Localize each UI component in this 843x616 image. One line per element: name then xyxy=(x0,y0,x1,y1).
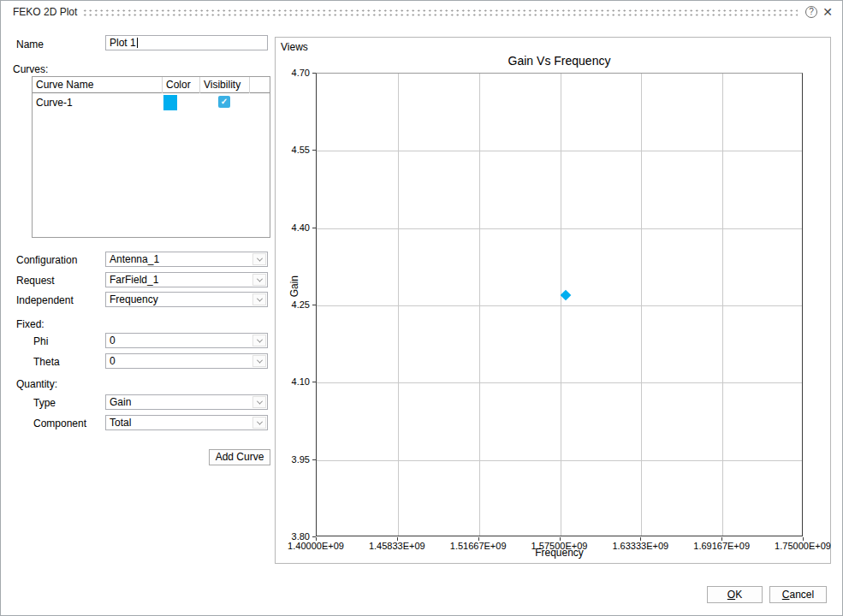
ok-button[interactable]: OK xyxy=(707,586,763,603)
gridline xyxy=(317,382,802,383)
feko-2d-plot-dialog: FEKO 2D Plot ? ✕ Name Plot 1 Curves: Cur… xyxy=(0,0,843,616)
y-tick-mark xyxy=(312,73,316,74)
column-header-visibility[interactable]: Visibility xyxy=(200,77,250,93)
theta-value: 0 xyxy=(110,355,116,367)
theta-select[interactable]: 0 xyxy=(105,353,268,369)
chevron-down-icon[interactable] xyxy=(252,253,266,265)
theta-label: Theta xyxy=(33,356,60,368)
views-panel: Views Gain Vs Frequency 1.40000E+091.458… xyxy=(275,37,831,564)
chevron-down-icon[interactable] xyxy=(252,274,266,286)
gridline xyxy=(317,228,802,229)
text-caret xyxy=(137,38,138,48)
data-point-marker[interactable] xyxy=(561,290,572,301)
chevron-down-icon[interactable] xyxy=(252,293,266,305)
fixed-section-label: Fixed: xyxy=(16,318,45,330)
configuration-label: Configuration xyxy=(16,254,77,266)
gridline xyxy=(398,74,399,536)
curves-table: Curve Name Color Visibility Curve-1 ✓ xyxy=(32,76,270,238)
gridline xyxy=(722,74,723,536)
type-value: Gain xyxy=(110,396,131,408)
window-title: FEKO 2D Plot xyxy=(13,1,77,23)
close-icon[interactable]: ✕ xyxy=(820,4,835,20)
gridline xyxy=(317,460,802,461)
independent-select[interactable]: Frequency xyxy=(105,292,268,307)
help-icon[interactable]: ? xyxy=(805,6,817,18)
configuration-value: Antenna_1 xyxy=(110,253,159,265)
gridline xyxy=(317,305,802,306)
gridline xyxy=(479,74,480,536)
gridline xyxy=(561,74,561,536)
check-icon: ✓ xyxy=(221,97,228,106)
y-tick-mark xyxy=(312,150,316,151)
name-input[interactable]: Plot 1 xyxy=(105,35,268,50)
titlebar[interactable]: FEKO 2D Plot ? ✕ xyxy=(1,1,842,23)
type-label: Type xyxy=(33,397,56,409)
y-tick-mark xyxy=(312,536,316,537)
curves-table-header: Curve Name Color Visibility xyxy=(33,77,270,93)
chevron-down-icon[interactable] xyxy=(252,335,266,346)
y-tick-mark xyxy=(312,459,316,460)
add-curve-button[interactable]: Add Curve xyxy=(209,449,270,465)
request-value: FarField_1 xyxy=(110,274,158,286)
chevron-down-icon[interactable] xyxy=(252,396,266,408)
chevron-down-icon[interactable] xyxy=(252,417,266,429)
plot-area[interactable] xyxy=(316,73,803,536)
y-tick-label: 3.80 xyxy=(292,531,310,542)
visibility-checkbox[interactable]: ✓ xyxy=(218,96,230,108)
y-tick-mark xyxy=(312,382,316,382)
views-label: Views xyxy=(281,41,308,53)
table-row[interactable]: Curve-1 ✓ xyxy=(33,93,270,112)
gridline xyxy=(641,74,642,536)
component-value: Total xyxy=(110,417,131,429)
cancel-button[interactable]: Cancel xyxy=(769,586,827,603)
component-label: Component xyxy=(33,418,86,429)
gridline xyxy=(317,151,802,151)
y-tick-mark xyxy=(312,305,316,305)
component-select[interactable]: Total xyxy=(105,415,268,430)
name-label: Name xyxy=(16,38,44,50)
request-select[interactable]: FarField_1 xyxy=(105,272,268,287)
quantity-section-label: Quantity: xyxy=(16,378,57,390)
name-input-value: Plot 1 xyxy=(110,37,136,49)
phi-select[interactable]: 0 xyxy=(105,333,268,348)
chart-title: Gain Vs Frequency xyxy=(316,54,803,68)
chevron-down-icon[interactable] xyxy=(252,355,266,367)
curve-color-swatch[interactable] xyxy=(163,95,177,110)
independent-value: Frequency xyxy=(110,293,158,305)
phi-value: 0 xyxy=(110,335,116,346)
independent-label: Independent xyxy=(16,294,74,306)
phi-label: Phi xyxy=(33,335,48,347)
y-axis-label: Gain xyxy=(288,275,300,297)
column-header-curve-name[interactable]: Curve Name xyxy=(33,77,163,93)
configuration-select[interactable]: Antenna_1 xyxy=(105,252,268,267)
request-label: Request xyxy=(16,275,55,287)
curve-name-cell: Curve-1 xyxy=(36,93,73,112)
type-select[interactable]: Gain xyxy=(105,394,268,410)
drag-handle-dots[interactable] xyxy=(82,9,798,16)
x-axis-label: Frequency xyxy=(316,547,803,559)
column-header-color[interactable]: Color xyxy=(163,77,200,93)
curves-label: Curves: xyxy=(13,63,48,75)
y-tick-mark xyxy=(312,228,316,228)
column-header-filler xyxy=(250,77,270,93)
